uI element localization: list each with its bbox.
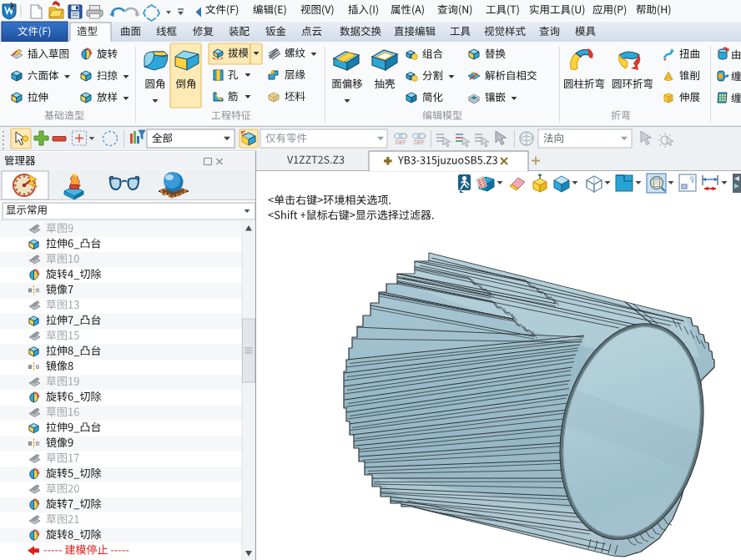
svg-text:DEF: DEF (396, 139, 406, 145)
svg-text:DEF: DEF (414, 139, 425, 145)
